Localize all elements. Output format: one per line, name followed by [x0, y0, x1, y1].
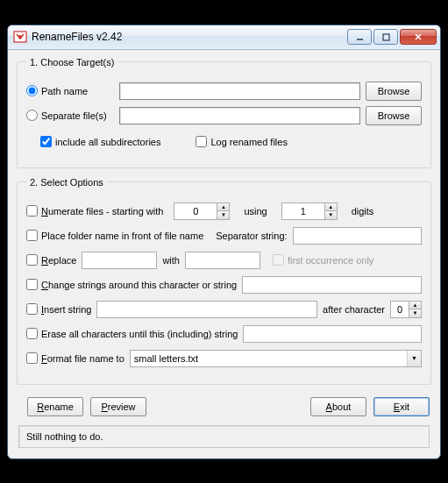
spinner-buttons[interactable]: ▲▼ — [324, 203, 337, 219]
path-browse-button[interactable]: Browse — [366, 82, 422, 101]
exit-button[interactable]: Exit — [373, 397, 430, 416]
format-check-label[interactable]: Format file name to — [26, 352, 124, 364]
rename-button[interactable]: Rename — [27, 397, 83, 416]
first-occurrence-checkbox — [273, 254, 284, 266]
numerate-digits-input[interactable] — [282, 203, 324, 219]
svg-point-1 — [18, 35, 22, 39]
path-name-radio-label[interactable]: Path name — [26, 85, 114, 96]
numerate-digits-spinner[interactable]: ▲▼ — [281, 202, 338, 220]
folder-prefix-checkbox[interactable] — [26, 230, 38, 241]
change-strings-checkbox[interactable] — [26, 279, 38, 290]
app-icon — [13, 30, 27, 44]
insert-string-input[interactable] — [96, 301, 317, 318]
insert-after-input[interactable] — [391, 302, 409, 317]
erase-checkbox[interactable] — [26, 328, 38, 339]
separate-files-input[interactable] — [119, 107, 360, 124]
replace-from-input[interactable] — [82, 252, 157, 269]
svg-rect-3 — [383, 34, 389, 40]
status-bar: Still nothing to do. — [18, 425, 430, 448]
numerate-start-input[interactable] — [174, 203, 217, 219]
change-strings-check-label[interactable]: Change strings around this character or … — [26, 279, 237, 290]
minimize-button[interactable] — [347, 29, 372, 45]
folder-prefix-check-label[interactable]: Place folder name in front of file name — [26, 230, 203, 241]
numerate-checkbox[interactable] — [26, 205, 38, 217]
erase-input[interactable] — [243, 325, 422, 343]
include-subdirs-check-label[interactable]: include all subdirectories — [40, 136, 160, 147]
path-name-radio[interactable] — [26, 85, 38, 96]
erase-check-label[interactable]: Erase all characters until this (includi… — [26, 328, 238, 339]
separator-label: Separator string: — [216, 231, 287, 241]
separate-files-radio-label[interactable]: Separate file(s) — [26, 110, 114, 121]
replace-with-label: with — [162, 255, 180, 266]
separate-browse-button[interactable]: Browse — [366, 106, 422, 125]
select-options-group: 2. Select Options Numerate files - start… — [17, 177, 431, 385]
change-strings-input[interactable] — [242, 276, 422, 294]
format-combobox[interactable]: small letters.txt ▼ — [130, 350, 422, 367]
spinner-buttons[interactable]: ▲▼ — [409, 302, 421, 317]
maximize-button[interactable] — [373, 29, 398, 45]
titlebar[interactable]: RenameFiles v2.42 — [8, 25, 440, 50]
client-area: 1. Choose Target(s) Path name Browse Sep… — [8, 50, 440, 458]
action-button-row: Rename Preview About Exit — [17, 394, 431, 425]
window-title: RenameFiles v2.42 — [32, 31, 347, 43]
replace-check-label[interactable]: Replace — [26, 254, 76, 266]
numerate-start-spinner[interactable]: ▲▼ — [174, 202, 230, 220]
app-window: RenameFiles v2.42 1. Choose Target(s) Pa… — [7, 25, 441, 459]
log-renamed-checkbox[interactable] — [196, 136, 207, 147]
log-renamed-check-label[interactable]: Log renamed files — [196, 136, 287, 147]
replace-checkbox[interactable] — [26, 254, 38, 266]
numerate-check-label[interactable]: Numerate files - starting with — [26, 205, 163, 217]
chevron-down-icon[interactable]: ▼ — [407, 351, 421, 366]
close-button[interactable] — [400, 29, 437, 45]
numerate-using-label: using — [244, 206, 267, 217]
spinner-buttons[interactable]: ▲▼ — [217, 203, 229, 219]
format-checkbox[interactable] — [26, 352, 38, 364]
choose-target-group: 1. Choose Target(s) Path name Browse Sep… — [17, 57, 431, 168]
choose-target-legend: 1. Choose Target(s) — [26, 57, 117, 67]
numerate-digits-label: digits — [352, 206, 374, 217]
insert-after-spinner[interactable]: ▲▼ — [390, 301, 422, 318]
replace-to-input[interactable] — [185, 252, 260, 269]
separate-files-radio[interactable] — [26, 110, 38, 121]
window-controls — [347, 29, 437, 45]
select-options-legend: 2. Select Options — [26, 177, 107, 188]
insert-string-check-label[interactable]: Insert string — [26, 303, 91, 315]
include-subdirs-checkbox[interactable] — [40, 136, 52, 147]
first-occurrence-check-label: first occurrence only — [273, 254, 373, 266]
about-button[interactable]: About — [310, 397, 366, 416]
preview-button[interactable]: Preview — [90, 397, 146, 416]
insert-after-label: after character — [323, 304, 385, 315]
separator-input[interactable] — [293, 227, 422, 245]
format-combobox-value: small letters.txt — [131, 353, 407, 364]
path-name-input[interactable] — [119, 82, 360, 100]
insert-string-checkbox[interactable] — [26, 303, 38, 315]
